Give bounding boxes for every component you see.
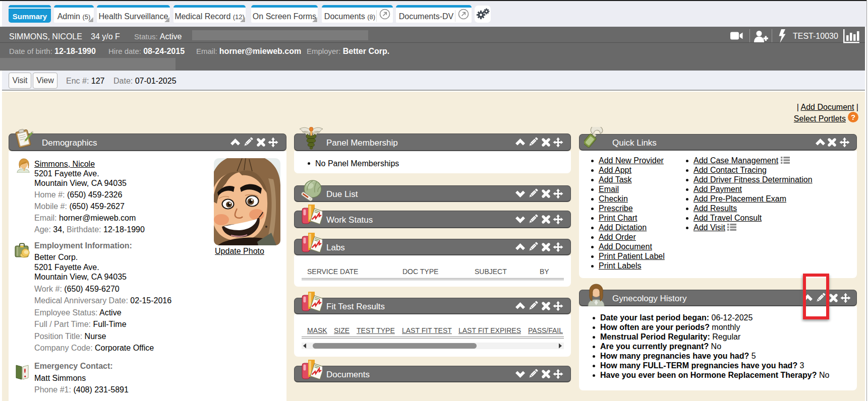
- svg-text:?: ?: [851, 113, 855, 121]
